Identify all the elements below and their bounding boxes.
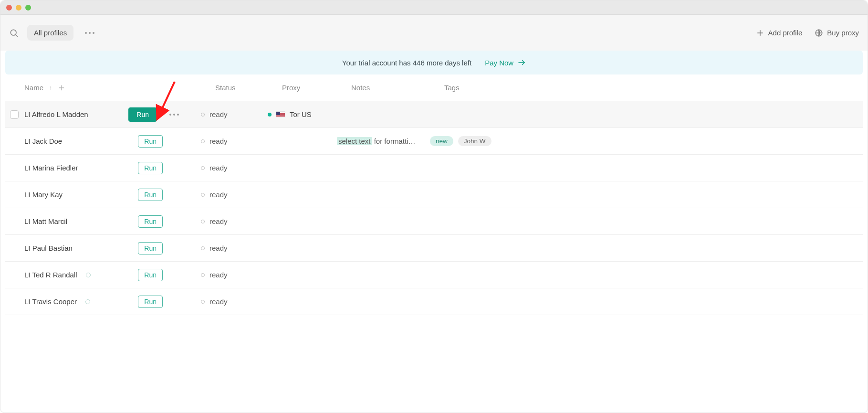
status-indicator-icon <box>201 166 205 170</box>
column-header-status[interactable]: Status <box>215 84 282 92</box>
profile-name: LI Alfredo L Madden <box>24 110 88 118</box>
search-icon[interactable] <box>9 28 19 38</box>
profile-name: LI Jack Doe <box>24 137 62 145</box>
run-button[interactable]: Run <box>138 189 163 201</box>
run-button[interactable]: Run <box>128 107 157 122</box>
table-row[interactable]: LI Alfredo L MaddenRunreadyTor US <box>5 101 863 128</box>
profile-name: LI Paul Bastian <box>24 244 73 252</box>
row-select-checkbox[interactable] <box>10 110 19 119</box>
table-row[interactable]: LI Travis CooperRunready <box>5 288 863 315</box>
profile-indicator-icon <box>85 299 90 304</box>
tag-pill[interactable]: new <box>430 136 453 146</box>
status-indicator-icon <box>201 246 205 250</box>
status-text: ready <box>209 244 228 252</box>
name-cell: LI Jack DoeRun <box>10 135 201 148</box>
pay-now-label: Pay Now <box>485 59 513 67</box>
name-cell: LI Travis CooperRun <box>10 296 201 308</box>
table-row[interactable]: LI Jack DoeRunreadyselect text for forma… <box>5 128 863 155</box>
tags-cell: newJohn W <box>430 136 863 146</box>
table-header-row: Name ↑ Status Proxy Notes Tags <box>5 74 863 101</box>
notes-text: for formatti… <box>372 137 416 145</box>
name-cell: LI Matt MarcilRun <box>10 215 201 228</box>
name-cell: LI Paul BastianRun <box>10 242 201 254</box>
toolbar-more-icon[interactable] <box>82 30 97 36</box>
status-cell: ready <box>201 297 268 306</box>
column-header-name-label: Name <box>24 84 43 92</box>
app-window: All profiles Add profile Buy proxy Your … <box>0 0 868 413</box>
add-profile-button[interactable]: Add profile <box>756 29 803 37</box>
status-indicator-icon <box>201 113 205 116</box>
status-indicator-icon <box>201 193 205 197</box>
buy-proxy-label: Buy proxy <box>827 29 859 37</box>
maximize-window-button[interactable] <box>25 5 31 11</box>
status-cell: ready <box>201 244 268 252</box>
toolbar: All profiles Add profile Buy proxy <box>0 15 868 51</box>
profiles-filter-chip[interactable]: All profiles <box>27 25 73 41</box>
status-cell: ready <box>201 191 268 199</box>
row-more-icon[interactable] <box>167 112 182 117</box>
run-button[interactable]: Run <box>138 162 163 174</box>
table-row[interactable]: LI Ted R RandallRunready <box>5 262 863 288</box>
status-indicator-icon <box>201 139 205 143</box>
status-indicator-icon <box>201 273 205 277</box>
flag-us-icon <box>276 112 285 117</box>
proxy-online-icon <box>268 113 272 116</box>
window-controls <box>6 5 31 11</box>
svg-line-1 <box>16 34 18 36</box>
profile-name: LI Marina Fiedler <box>24 164 78 172</box>
status-cell: ready <box>201 217 268 225</box>
window-titlebar <box>0 0 868 15</box>
profiles-table: Name ↑ Status Proxy Notes Tags LI Alfred… <box>5 74 863 315</box>
status-cell: ready <box>201 164 268 172</box>
status-cell: ready <box>201 137 268 145</box>
table-row[interactable]: LI Mary KayRunready <box>5 181 863 208</box>
run-button[interactable]: Run <box>138 215 163 228</box>
status-text: ready <box>209 217 228 225</box>
profile-name: LI Matt Marcil <box>24 217 67 225</box>
status-cell: ready <box>201 271 268 279</box>
status-text: ready <box>209 110 228 118</box>
status-text: ready <box>209 191 228 199</box>
status-indicator-icon <box>201 220 205 223</box>
status-text: ready <box>209 271 228 279</box>
status-text: ready <box>209 297 228 306</box>
status-indicator-icon <box>201 300 205 304</box>
column-header-tags[interactable]: Tags <box>444 84 863 92</box>
notes-cell: select text for formatti… <box>337 137 430 145</box>
table-row[interactable]: LI Marina FiedlerRunready <box>5 155 863 181</box>
run-button[interactable]: Run <box>138 242 163 254</box>
column-header-proxy[interactable]: Proxy <box>282 84 351 92</box>
minimize-window-button[interactable] <box>16 5 21 11</box>
trial-banner-text: Your trial account has 446 more days lef… <box>342 59 471 67</box>
run-button[interactable]: Run <box>138 135 163 148</box>
add-column-icon[interactable] <box>58 84 65 92</box>
name-cell: LI Mary KayRun <box>10 189 201 201</box>
trial-banner: Your trial account has 446 more days lef… <box>5 51 863 74</box>
name-cell: LI Marina FiedlerRun <box>10 162 201 174</box>
status-text: ready <box>209 137 228 145</box>
sort-ascending-icon: ↑ <box>49 85 52 91</box>
column-header-notes[interactable]: Notes <box>351 84 444 92</box>
status-cell: ready <box>201 110 268 118</box>
buy-proxy-button[interactable]: Buy proxy <box>815 29 859 37</box>
run-button[interactable]: Run <box>138 269 163 281</box>
notes-highlight: select text <box>337 137 372 145</box>
tag-pill[interactable]: John W <box>458 136 492 146</box>
pay-now-link[interactable]: Pay Now <box>485 58 526 67</box>
name-cell: LI Ted R RandallRun <box>10 269 201 281</box>
close-window-button[interactable] <box>6 5 12 11</box>
status-text: ready <box>209 164 228 172</box>
proxy-cell: Tor US <box>268 110 337 118</box>
profile-indicator-icon <box>86 273 91 277</box>
table-row[interactable]: LI Matt MarcilRunready <box>5 208 863 235</box>
profile-name: LI Travis Cooper <box>24 297 77 306</box>
add-profile-label: Add profile <box>768 29 803 37</box>
proxy-text: Tor US <box>290 110 312 118</box>
run-button[interactable]: Run <box>138 296 163 308</box>
column-header-name[interactable]: Name ↑ <box>24 84 215 92</box>
table-row[interactable]: LI Paul BastianRunready <box>5 235 863 262</box>
profile-name: LI Mary Kay <box>24 191 63 199</box>
name-cell: LI Alfredo L MaddenRun <box>10 107 201 122</box>
profile-name: LI Ted R Randall <box>24 271 77 279</box>
